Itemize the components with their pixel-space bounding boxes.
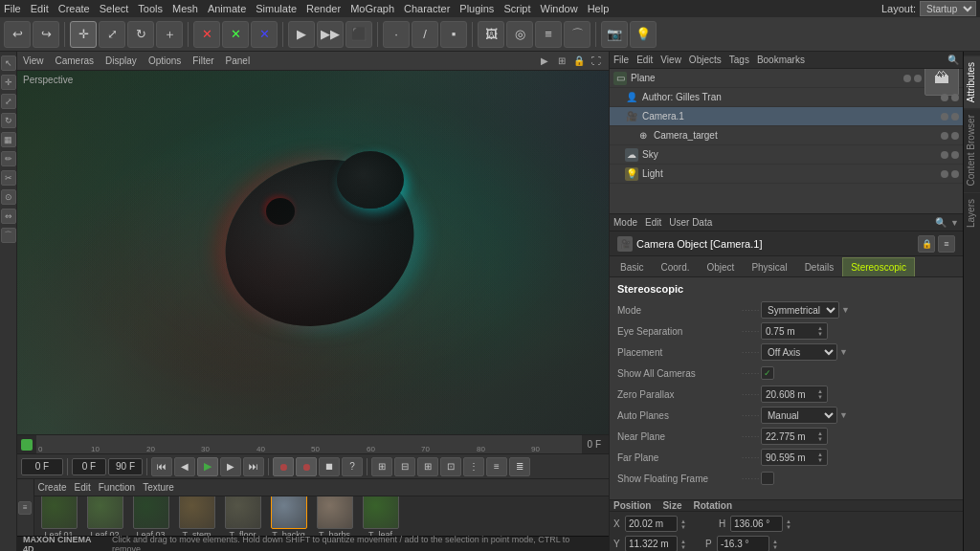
pb-current-frame[interactable]	[21, 458, 63, 475]
pb-to-end[interactable]: ⏭	[243, 457, 264, 476]
prop-tab-details[interactable]: Details	[796, 257, 843, 276]
obj-menu-bookmarks[interactable]: Bookmarks	[757, 55, 805, 65]
obj-menu-tags[interactable]: Tags	[729, 55, 749, 65]
mat-thumb-1[interactable]: Leaf 02	[84, 496, 126, 536]
vp-lock-btn[interactable]: 🔒	[572, 55, 586, 68]
prop-placement-dropdown[interactable]: Off Axis	[761, 343, 837, 361]
mat-thumb-0[interactable]: Leaf 01	[38, 496, 80, 536]
menu-edit[interactable]: Edit	[31, 3, 49, 14]
obj-menu-file[interactable]: File	[613, 55, 629, 65]
obj-dot-render-5[interactable]	[951, 170, 959, 178]
pb-key-btn6[interactable]: ≡	[486, 457, 507, 476]
nearplane-stepper[interactable]: 22.775 m ▲ ▼	[761, 428, 828, 445]
obj-dot-render-3[interactable]	[951, 132, 959, 140]
menu-tools[interactable]: Tools	[138, 3, 163, 14]
prop-mode-dropdown[interactable]: Symmetrical	[761, 301, 839, 319]
tb-undo[interactable]: ↩	[4, 21, 31, 48]
pb-end-frame[interactable]	[108, 458, 143, 475]
mat-menu-create[interactable]: Create	[38, 482, 67, 493]
obj-dot-render-4[interactable]	[951, 151, 959, 159]
menu-animate[interactable]: Animate	[208, 3, 246, 14]
obj-dot-render-0[interactable]	[914, 75, 922, 82]
mat-menu-function[interactable]: Function	[99, 482, 135, 493]
menu-file[interactable]: File	[4, 3, 21, 14]
mat-thumb-3[interactable]: T_stem	[176, 496, 218, 536]
farplane-stepper[interactable]: 90.595 m ▲ ▼	[761, 449, 828, 466]
tb-x[interactable]: ✕	[193, 21, 220, 48]
mat-tool-btn[interactable]: ≡	[18, 501, 32, 515]
obj-item-2[interactable]: 🎥Camera.1	[610, 107, 963, 126]
vp-render-btn[interactable]: ▶	[538, 55, 551, 68]
pb-start-frame[interactable]	[72, 458, 106, 475]
obj-item-5[interactable]: 💡Light	[610, 165, 963, 184]
far-tab-layers[interactable]: Layers	[964, 192, 980, 233]
menu-create[interactable]: Create	[58, 3, 90, 14]
menu-plugins[interactable]: Plugins	[459, 3, 494, 14]
tb-light[interactable]: 💡	[630, 21, 657, 48]
tb-frame[interactable]: ⬛	[345, 21, 372, 48]
vp-fullscreen-btn[interactable]: ⛶	[590, 55, 603, 68]
far-tab-content-browser[interactable]: Content Browser	[964, 108, 980, 191]
obj-menu-view[interactable]: View	[660, 55, 681, 65]
obj-menu-objects[interactable]: Objects	[689, 55, 722, 65]
mat-thumb-4[interactable]: T_floor	[222, 496, 264, 536]
mat-menu-edit[interactable]: Edit	[75, 482, 91, 493]
mat-thumb-7[interactable]: T_leaf	[360, 496, 402, 536]
mat-thumb-5[interactable]: T_backg	[268, 496, 310, 536]
vp-menu-cameras[interactable]: Cameras	[56, 55, 95, 66]
mat-menu-texture[interactable]: Texture	[143, 482, 174, 493]
vp-menu-filter[interactable]: Filter	[192, 55, 213, 66]
menu-window[interactable]: Window	[541, 3, 578, 14]
farplane-down[interactable]: ▼	[817, 457, 823, 463]
tb-edge[interactable]: /	[412, 21, 438, 48]
tb-redo[interactable]: ↪	[33, 21, 59, 48]
coord-x-down[interactable]: ▼	[680, 524, 686, 530]
coord-y-input[interactable]	[625, 536, 678, 551]
menu-help[interactable]: Help	[588, 3, 610, 14]
tb-texture[interactable]: 🖼	[478, 21, 504, 48]
prop-tab-stereoscopic[interactable]: Stereoscopic	[842, 257, 915, 276]
obj-dot-vis-1[interactable]	[941, 94, 948, 101]
attr-menu-edit[interactable]: Edit	[645, 217, 661, 228]
sb-paint[interactable]: ✏	[1, 151, 16, 166]
obj-dot-vis-5[interactable]	[941, 170, 948, 178]
obj-menu-edit[interactable]: Edit	[636, 55, 653, 65]
pb-next-frame[interactable]: ▶	[220, 457, 241, 476]
eyesep-down[interactable]: ▼	[817, 331, 823, 337]
coord-p-input[interactable]	[717, 536, 769, 551]
tb-cam[interactable]: 📷	[601, 21, 628, 48]
tb-y[interactable]: ✕	[222, 21, 249, 48]
timeline-ruler[interactable]: 0 10 20 30 40 50 60 70 80 90	[36, 435, 582, 453]
menu-simulate[interactable]: Simulate	[256, 3, 297, 14]
eyesep-stepper[interactable]: 0.75 m ▲ ▼	[761, 322, 828, 340]
tb-scale[interactable]: ⤢	[99, 21, 125, 48]
tb-point[interactable]: ·	[383, 21, 410, 48]
tb-add[interactable]: ＋	[156, 21, 183, 48]
pb-key-btn2[interactable]: ⊟	[394, 457, 415, 476]
obj-search[interactable]: 🔍	[947, 55, 959, 65]
pb-to-start[interactable]: ⏮	[151, 457, 172, 476]
prop-tab-object[interactable]: Object	[698, 257, 743, 276]
prop-tab-coord[interactable]: Coord.	[652, 257, 698, 276]
attr-menu-mode[interactable]: Mode	[613, 217, 637, 228]
pb-play-btn[interactable]: ▶	[197, 457, 218, 476]
far-tab-attributes[interactable]: Attributes	[964, 55, 980, 108]
nearplane-down[interactable]: ▼	[817, 436, 823, 442]
obj-item-4[interactable]: ☁Sky	[610, 145, 963, 165]
vp-menu-view[interactable]: View	[23, 55, 44, 66]
attr-search[interactable]: 🔍 ▼	[935, 217, 959, 228]
sb-move[interactable]: ✛	[1, 75, 16, 90]
pb-prev-frame[interactable]: ◀	[174, 457, 195, 476]
mat-thumb-2[interactable]: Leaf 03	[130, 496, 172, 536]
sb-knife[interactable]: ✂	[1, 170, 16, 186]
attr-list-btn[interactable]: ≡	[938, 235, 955, 253]
tb-move[interactable]: ✛	[70, 21, 97, 48]
sb-poly[interactable]: ▦	[1, 132, 16, 147]
pb-key-btn4[interactable]: ⊡	[440, 457, 461, 476]
coord-h-down[interactable]: ▼	[786, 524, 791, 530]
sb-scale[interactable]: ⤢	[1, 94, 16, 109]
menu-mesh[interactable]: Mesh	[172, 3, 198, 14]
pb-key-btn7[interactable]: ≣	[509, 457, 530, 476]
sb-sculpt[interactable]: ⌒	[1, 228, 16, 243]
coord-y-down[interactable]: ▼	[680, 544, 686, 550]
